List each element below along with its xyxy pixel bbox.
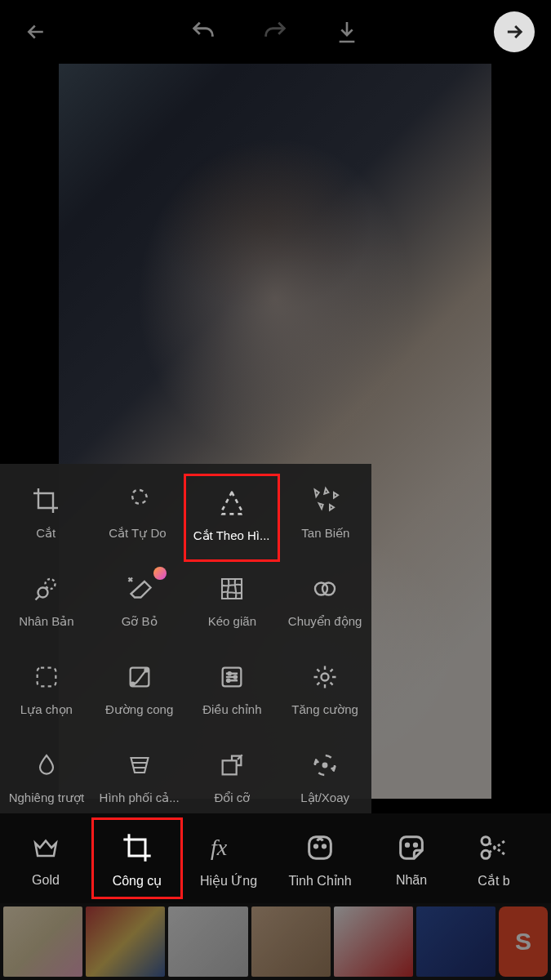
bottom-fx[interactable]: fx Hiệu Ứng [183, 817, 274, 899]
download-button[interactable] [327, 12, 367, 51]
drop-icon [29, 748, 64, 782]
eraser-icon [122, 572, 157, 606]
tool-stretch[interactable]: Kéo giãn [186, 562, 279, 650]
ad-thumb [334, 906, 413, 977]
tool-remove[interactable]: Gỡ Bỏ [93, 562, 186, 650]
ad-banner[interactable]: S [0, 903, 551, 980]
svg-rect-4 [38, 668, 56, 687]
bottom-label: Cắt b [478, 873, 509, 889]
grid-warp-icon [215, 572, 249, 606]
fx-icon: fx [210, 829, 247, 866]
editor-canvas[interactable]: Cắt Cắt Tự Do Cắt Theo Hì... Tan Biến Nh… [0, 64, 551, 799]
lasso-icon [120, 483, 154, 518]
svg-point-11 [227, 679, 229, 682]
perspective-icon [122, 748, 157, 782]
crop-icon [118, 829, 156, 866]
tool-label: Chuyển động [287, 614, 364, 629]
svg-point-9 [229, 672, 231, 675]
ad-thumb [86, 906, 165, 977]
svg-point-0 [45, 579, 55, 589]
curve-icon [122, 660, 157, 694]
bottom-cut[interactable]: Cắt b [457, 817, 531, 899]
svg-point-10 [234, 675, 237, 678]
tool-label: Kéo giãn [207, 614, 258, 628]
tool-adjust[interactable]: Điều chỉnh [186, 650, 279, 738]
svg-point-19 [314, 844, 317, 847]
bottom-gold[interactable]: Gold [0, 817, 91, 899]
svg-point-20 [322, 844, 325, 847]
redo-button[interactable] [256, 12, 295, 51]
bottom-finetune[interactable]: Tinh Chỉnh [274, 817, 366, 899]
tool-label: Hình phối cả... [98, 791, 181, 805]
svg-point-21 [406, 844, 408, 846]
svg-point-6 [131, 683, 134, 686]
sliders-icon [215, 660, 249, 694]
tool-row: Cắt Cắt Tự Do Cắt Theo Hì... Tan Biến [0, 474, 371, 562]
tool-select[interactable]: Lựa chọn [0, 650, 93, 738]
rings-icon [308, 572, 342, 606]
face-icon [301, 829, 339, 866]
svg-point-22 [414, 844, 416, 846]
tool-crop[interactable]: Cắt [0, 474, 91, 562]
bottom-label: Gold [32, 873, 60, 888]
top-toolbar [0, 0, 551, 64]
tool-label: Đường cong [104, 702, 175, 717]
resize-icon [215, 748, 249, 782]
svg-point-1 [38, 588, 47, 598]
svg-rect-13 [223, 760, 237, 774]
tool-shapecrop[interactable]: Cắt Theo Hì... [184, 474, 280, 562]
tool-label: Điều chỉnh [201, 702, 263, 717]
tool-freecrop[interactable]: Cắt Tự Do [91, 474, 183, 562]
bottom-label: Nhãn [396, 873, 427, 888]
tool-row: Nhân Bản Gỡ Bỏ Kéo giãn Chuyển động [0, 562, 371, 650]
bottom-label: Tinh Chỉnh [288, 873, 351, 889]
tool-curves[interactable]: Đường cong [93, 650, 186, 738]
tool-label: Nghiêng trượt [7, 791, 86, 805]
triangles-scatter-icon [309, 483, 343, 518]
tool-label: Lật/Xoay [299, 791, 351, 805]
clone-icon [29, 572, 64, 606]
tool-motion[interactable]: Chuyển động [278, 562, 371, 650]
bottom-sticker[interactable]: Nhãn [366, 817, 457, 899]
select-dashed-icon [29, 660, 64, 694]
ad-thumb [168, 906, 247, 977]
svg-point-12 [322, 674, 329, 681]
tool-label: Lựa chọn [19, 702, 74, 717]
tool-label: Cắt Theo Hì... [192, 528, 272, 543]
crown-icon [27, 829, 64, 866]
undo-button[interactable] [184, 12, 223, 51]
tool-label: Cắt Tự Do [107, 526, 167, 541]
sticker-icon [393, 829, 430, 866]
tools-panel: Cắt Cắt Tự Do Cắt Theo Hì... Tan Biến Nh… [0, 464, 371, 833]
tool-clone[interactable]: Nhân Bản [0, 562, 93, 650]
svg-point-16 [323, 764, 327, 768]
svg-point-7 [144, 669, 148, 672]
scissors-icon [475, 829, 513, 866]
ad-brand-logo: S [499, 906, 548, 977]
ad-thumb [416, 906, 495, 977]
next-button[interactable] [494, 11, 535, 52]
tool-label: Tan Biến [300, 526, 351, 541]
tool-label: Nhân Bản [17, 614, 75, 629]
tool-label: Tăng cường [290, 702, 360, 717]
crop-icon [29, 483, 63, 518]
rotate-icon [308, 748, 342, 782]
triangle-dashed-icon [215, 486, 249, 520]
tool-label: Gỡ Bỏ [120, 614, 159, 629]
ad-thumb [3, 906, 82, 977]
tool-disperse[interactable]: Tan Biến [280, 474, 371, 562]
tool-row: Lựa chọn Đường cong Điều chỉnh Tăng cườn… [0, 650, 371, 738]
bottom-tools[interactable]: Công cụ [91, 817, 183, 899]
tool-label: Cắt [34, 526, 57, 541]
bottom-label: Hiệu Ứng [200, 873, 257, 889]
back-button[interactable] [16, 12, 56, 51]
svg-text:fx: fx [211, 834, 228, 859]
ad-thumb [251, 906, 331, 977]
svg-point-3 [322, 583, 335, 595]
bottom-toolbar[interactable]: Gold Công cụ fx Hiệu Ứng Tinh Chỉnh Nhãn… [0, 813, 551, 903]
sun-icon [308, 660, 342, 694]
tool-enhance[interactable]: Tăng cường [278, 650, 371, 738]
bottom-label: Công cụ [113, 873, 162, 889]
tool-label: Đổi cỡ [212, 791, 251, 805]
